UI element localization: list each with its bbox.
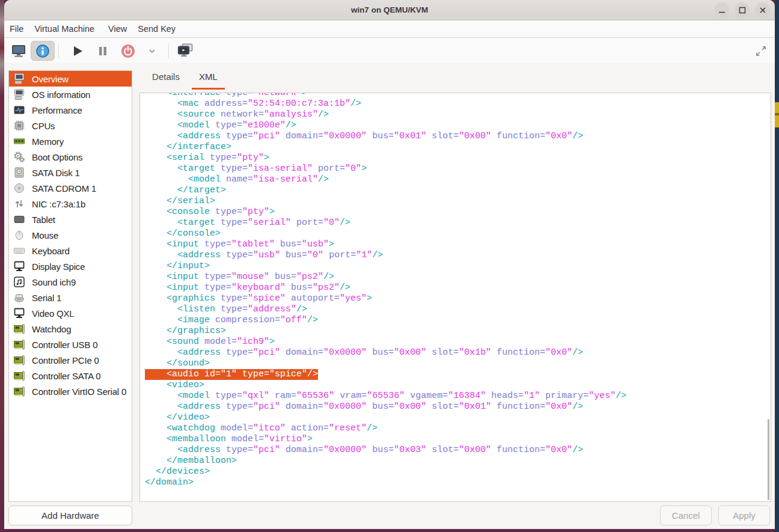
sidebar-item-controller-virtio-serial-0[interactable]: Controller VirtIO Serial 0 bbox=[9, 384, 132, 399]
shutdown-button[interactable] bbox=[118, 41, 138, 61]
xml-line[interactable]: <watchdog model="itco" action="reset"/> bbox=[145, 423, 771, 434]
cdrom-icon bbox=[13, 182, 26, 195]
run-button[interactable] bbox=[67, 41, 88, 61]
graphical-console-button[interactable] bbox=[8, 41, 29, 61]
sidebar-item-label: Serial 1 bbox=[32, 293, 61, 303]
xml-line[interactable]: <memballoon model="virtio"> bbox=[145, 434, 771, 445]
sidebar-item-cpus[interactable]: CPUs bbox=[9, 118, 132, 133]
keyboard-icon bbox=[13, 244, 26, 257]
xml-line[interactable]: <source network="analysis"/> bbox=[145, 109, 771, 120]
sidebar-item-boot-options[interactable]: Boot Options bbox=[9, 149, 132, 165]
xml-line[interactable]: </memballoon> bbox=[145, 456, 771, 466]
xml-line[interactable]: <target type="isa-serial" port="0"> bbox=[145, 164, 771, 174]
xml-line[interactable]: </graphics> bbox=[145, 326, 771, 337]
xml-line[interactable]: </console> bbox=[145, 228, 771, 239]
sidebar-item-label: NIC :c7:3a:1b bbox=[32, 199, 85, 209]
sidebar-item-display-spice[interactable]: Display Spice bbox=[9, 258, 132, 274]
apply-button[interactable]: Apply bbox=[718, 506, 770, 525]
play-icon bbox=[70, 44, 85, 58]
xml-line[interactable]: </devices> bbox=[145, 466, 771, 477]
sidebar-item-keyboard[interactable]: Keyboard bbox=[9, 243, 132, 258]
sidebar-item-nic-c7-3a-1b[interactable]: NIC :c7:3a:1b bbox=[9, 196, 132, 212]
close-button[interactable] bbox=[755, 2, 770, 17]
xml-line[interactable]: </sound> bbox=[145, 358, 771, 369]
xml-line[interactable]: <model type="qxl" ram="65536" vram="6553… bbox=[145, 391, 771, 402]
xml-line[interactable]: <target type="serial" port="0"/> bbox=[145, 218, 771, 228]
sidebar-item-os-information[interactable]: OS information bbox=[9, 87, 132, 102]
sidebar-item-label: Keyboard bbox=[32, 246, 70, 256]
disk-icon bbox=[13, 166, 26, 179]
xml-line[interactable]: <address type="pci" domain="0x0000" bus=… bbox=[145, 402, 771, 412]
cancel-button[interactable]: Cancel bbox=[660, 506, 712, 525]
window-title: win7 on QEMU/KVM bbox=[4, 0, 775, 20]
sidebar-item-video-qxl[interactable]: Video QXL bbox=[9, 305, 132, 321]
info-icon bbox=[35, 43, 50, 59]
sound-icon bbox=[13, 275, 26, 289]
add-hardware-button[interactable]: Add Hardware bbox=[8, 506, 132, 525]
xml-line[interactable]: </domain> bbox=[145, 477, 771, 488]
xml-line[interactable]: <address type="usb" bus="0" port="1"/> bbox=[145, 250, 771, 261]
vm-window: win7 on QEMU/KVM File Virtual Machine Vi… bbox=[4, 0, 775, 529]
xml-line[interactable]: </video> bbox=[145, 412, 771, 423]
xml-line[interactable]: <video> bbox=[145, 380, 771, 391]
fullscreen-button[interactable] bbox=[752, 41, 770, 61]
show-details-button[interactable] bbox=[31, 41, 55, 61]
xml-line[interactable]: <listen type="address"/> bbox=[145, 304, 771, 315]
sidebar-item-label: Overview bbox=[32, 74, 69, 84]
sidebar-item-controller-pcie-0[interactable]: Controller PCIe 0 bbox=[9, 352, 132, 368]
tab-xml[interactable]: XML bbox=[192, 63, 225, 90]
xml-scrollbar-thumb[interactable] bbox=[768, 419, 770, 500]
shutdown-menu-button[interactable] bbox=[144, 41, 160, 61]
menu-view[interactable]: View bbox=[103, 20, 132, 37]
xml-line[interactable]: </target> bbox=[145, 185, 771, 196]
sidebar-item-label: Mouse bbox=[32, 230, 58, 240]
xml-line[interactable]: </input> bbox=[145, 261, 771, 272]
sidebar-item-overview[interactable]: Overview bbox=[9, 71, 132, 87]
xml-line[interactable]: <address type="pci" domain="0x0000" bus=… bbox=[145, 445, 771, 456]
sidebar-item-performance[interactable]: Performance bbox=[9, 102, 132, 118]
pause-button[interactable] bbox=[93, 41, 113, 61]
xml-line[interactable]: <input type="mouse" bus="ps2"/> bbox=[145, 272, 771, 283]
console-windows-button[interactable] bbox=[174, 41, 196, 61]
xml-line[interactable]: <input type="tablet" bus="usb"> bbox=[145, 239, 771, 250]
sidebar-item-watchdog[interactable]: Watchdog bbox=[9, 321, 132, 337]
titlebar[interactable]: win7 on QEMU/KVM bbox=[4, 0, 775, 20]
sidebar-item-label: Memory bbox=[32, 136, 64, 147]
xml-line[interactable]: <mac address="52:54:00:c7:3a:1b"/> bbox=[145, 99, 771, 109]
sidebar-item-label: Video QXL bbox=[32, 308, 74, 319]
tab-details[interactable]: Details bbox=[139, 63, 193, 90]
xml-line[interactable]: </interface> bbox=[145, 142, 771, 153]
menu-virtual-machine[interactable]: Virtual Machine bbox=[29, 20, 100, 37]
minimize-icon bbox=[715, 3, 729, 17]
sidebar-item-controller-sata-0[interactable]: Controller SATA 0 bbox=[9, 368, 132, 384]
xml-line[interactable]: <input type="keyboard" bus="ps2"/> bbox=[145, 283, 771, 293]
sidebar-item-mouse[interactable]: Mouse bbox=[9, 227, 132, 243]
display-icon bbox=[13, 260, 26, 273]
sidebar-item-sound-ich9[interactable]: Sound ich9 bbox=[9, 274, 132, 290]
sidebar-item-sata-cdrom-1[interactable]: SATA CDROM 1 bbox=[9, 180, 132, 196]
xml-line[interactable]: <address type="pci" domain="0x0000" bus=… bbox=[145, 131, 771, 142]
xml-line[interactable]: <image compression="off"/> bbox=[145, 315, 771, 326]
sidebar-item-memory[interactable]: Memory bbox=[9, 133, 132, 149]
xml-line[interactable]: <serial type="pty"> bbox=[145, 153, 771, 164]
sidebar-item-label: Controller SATA 0 bbox=[32, 371, 100, 381]
xml-line[interactable]: <address type="pci" domain="0x0000" bus=… bbox=[145, 347, 771, 358]
maximize-button[interactable] bbox=[735, 2, 750, 17]
xml-line[interactable]: <model name="isa-serial"/> bbox=[145, 174, 771, 185]
xml-line[interactable]: <graphics type="spice" autoport="yes"> bbox=[145, 293, 771, 304]
xml-line[interactable]: <console type="pty"> bbox=[145, 207, 771, 218]
sidebar-item-tablet[interactable]: Tablet bbox=[9, 212, 132, 227]
menu-send-key[interactable]: Send Key bbox=[132, 20, 181, 37]
xml-line[interactable]: </serial> bbox=[145, 196, 771, 207]
xml-line-highlighted[interactable]: <audio id="1" type="spice"/> bbox=[145, 369, 771, 380]
minimize-button[interactable] bbox=[714, 2, 729, 17]
xml-line[interactable]: <sound model="ich9"> bbox=[145, 337, 771, 347]
sidebar-item-serial-1[interactable]: Serial 1 bbox=[9, 290, 132, 305]
xml-line[interactable]: <interface type="network"> bbox=[145, 93, 771, 99]
display-icon bbox=[13, 307, 26, 320]
sidebar-item-controller-usb-0[interactable]: Controller USB 0 bbox=[9, 337, 132, 352]
xml-line[interactable]: <model type="e1000e"/> bbox=[145, 120, 771, 131]
sidebar-item-sata-disk-1[interactable]: SATA Disk 1 bbox=[9, 165, 132, 180]
xml-editor[interactable]: <interface type="network"> <mac address=… bbox=[140, 93, 771, 488]
menu-file[interactable]: File bbox=[4, 20, 29, 37]
